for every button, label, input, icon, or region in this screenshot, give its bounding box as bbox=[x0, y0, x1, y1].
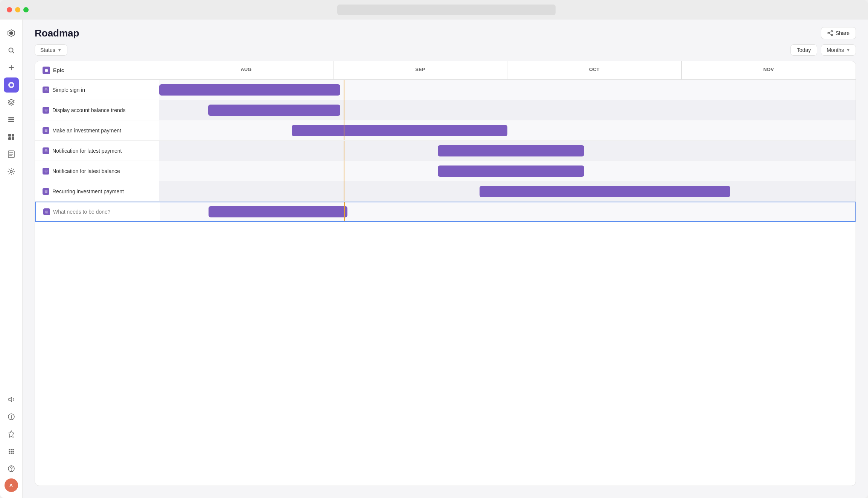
share-icon bbox=[827, 30, 833, 36]
share-label: Share bbox=[836, 30, 850, 36]
traffic-green[interactable] bbox=[23, 7, 29, 12]
status-filter-button[interactable]: Status ▼ bbox=[35, 44, 67, 56]
sidebar-icon-roadmap[interactable] bbox=[4, 77, 19, 93]
svg-point-28 bbox=[12, 451, 14, 452]
sidebar-icon-help[interactable] bbox=[4, 461, 19, 476]
new-item-bar[interactable] bbox=[209, 206, 347, 217]
row-text-1: Simple sign in bbox=[52, 87, 85, 93]
gantt-months: AUG SEP OCT NOV bbox=[159, 61, 856, 79]
gantt-bar-4[interactable] bbox=[438, 145, 584, 156]
row-icon-6: ⊞ bbox=[43, 188, 49, 195]
traffic-yellow[interactable] bbox=[15, 7, 20, 12]
main-content: Roadmap Share bbox=[23, 20, 868, 498]
sidebar-icon-megaphone[interactable] bbox=[4, 392, 19, 407]
svg-point-22 bbox=[11, 415, 12, 416]
gantt-bar-6[interactable] bbox=[480, 186, 730, 197]
page-title: Roadmap bbox=[35, 27, 79, 39]
table-row: ⊞ Notification for latest balance bbox=[35, 161, 856, 181]
row-icon-3: ⊞ bbox=[43, 127, 49, 134]
sidebar-icon-pin[interactable] bbox=[4, 427, 19, 442]
row-text-2: Display account balance trends bbox=[52, 107, 126, 113]
sidebar-icon-apps[interactable] bbox=[4, 444, 19, 459]
sidebar: A bbox=[0, 20, 23, 498]
gantt-bar-5[interactable] bbox=[438, 165, 584, 177]
row-text-5: Notification for latest balance bbox=[52, 168, 120, 174]
svg-marker-1 bbox=[9, 31, 13, 35]
titlebar-center bbox=[32, 5, 861, 15]
gantt-inner: ⊞ Epic AUG SEP OCT NOV bbox=[35, 61, 856, 486]
today-line-5 bbox=[344, 161, 344, 181]
row-label-recurring-payment: ⊞ Recurring investment payment bbox=[35, 188, 159, 195]
svg-rect-12 bbox=[12, 134, 14, 137]
svg-point-31 bbox=[12, 452, 14, 454]
months-select-button[interactable]: Months ▼ bbox=[821, 44, 856, 56]
gantt-bar-1[interactable] bbox=[159, 84, 340, 96]
titlebar-search bbox=[337, 5, 556, 15]
today-line-4 bbox=[344, 141, 344, 161]
row-chart-2 bbox=[159, 100, 856, 120]
svg-point-25 bbox=[12, 449, 14, 450]
sidebar-icon-info[interactable] bbox=[4, 409, 19, 424]
app-window: A Roadmap Share bbox=[0, 0, 868, 498]
row-label-notification-payment: ⊞ Notification for latest payment bbox=[35, 147, 159, 154]
share-button[interactable]: Share bbox=[821, 27, 856, 39]
row-chart-1 bbox=[159, 80, 856, 100]
toolbar: Status ▼ Today Months ▼ bbox=[23, 39, 868, 61]
header-actions: Share bbox=[821, 27, 856, 39]
svg-point-30 bbox=[11, 452, 12, 454]
new-item-input[interactable] bbox=[53, 209, 152, 215]
row-label-notification-balance: ⊞ Notification for latest balance bbox=[35, 168, 159, 175]
svg-rect-8 bbox=[8, 117, 14, 118]
chevron-down-icon-months: ▼ bbox=[846, 48, 850, 52]
row-chart-4 bbox=[159, 141, 856, 161]
svg-point-19 bbox=[10, 170, 12, 173]
table-row: ⊞ Simple sign in bbox=[35, 80, 856, 100]
svg-point-36 bbox=[828, 32, 829, 34]
svg-rect-14 bbox=[12, 137, 14, 140]
titlebar bbox=[0, 0, 868, 20]
svg-point-29 bbox=[9, 452, 10, 454]
sidebar-icon-search[interactable] bbox=[4, 43, 19, 58]
new-item-chart bbox=[160, 202, 855, 221]
month-oct: OCT bbox=[507, 61, 682, 79]
user-avatar[interactable]: A bbox=[5, 478, 18, 492]
main-layout: A Roadmap Share bbox=[0, 20, 868, 498]
today-line-7 bbox=[344, 202, 345, 221]
row-chart-3 bbox=[159, 120, 856, 140]
row-text-4: Notification for latest payment bbox=[52, 148, 122, 154]
sidebar-icon-add[interactable] bbox=[4, 60, 19, 75]
month-nov: NOV bbox=[682, 61, 856, 79]
svg-point-33 bbox=[11, 470, 12, 471]
gantt-chart: ⊞ Epic AUG SEP OCT NOV bbox=[35, 61, 856, 486]
row-text-6: Recurring investment payment bbox=[52, 188, 124, 194]
gantt-body: ⊞ Simple sign in ⊞ bbox=[35, 80, 856, 486]
today-line-1 bbox=[344, 80, 344, 100]
sidebar-icon-settings[interactable] bbox=[4, 164, 19, 179]
traffic-red[interactable] bbox=[7, 7, 12, 12]
toolbar-right: Today Months ▼ bbox=[790, 44, 856, 56]
gantt-header: ⊞ Epic AUG SEP OCT NOV bbox=[35, 61, 856, 80]
today-line-6 bbox=[344, 181, 344, 201]
svg-point-26 bbox=[9, 451, 10, 452]
row-icon-2: ⊞ bbox=[43, 107, 49, 114]
svg-point-7 bbox=[10, 84, 13, 87]
table-row: ⊞ Recurring investment payment bbox=[35, 181, 856, 202]
sidebar-icon-logo[interactable] bbox=[4, 26, 19, 41]
page-header: Roadmap Share bbox=[23, 20, 868, 39]
row-label-balance-trends: ⊞ Display account balance trends bbox=[35, 107, 159, 114]
svg-point-27 bbox=[11, 451, 12, 452]
sidebar-icon-grid[interactable] bbox=[4, 129, 19, 144]
sidebar-icon-layers[interactable] bbox=[4, 95, 19, 110]
gantt-bar-2[interactable] bbox=[208, 105, 341, 116]
row-chart-5 bbox=[159, 161, 856, 181]
row-text-3: Make an investment payment bbox=[52, 128, 121, 134]
sidebar-icon-list[interactable] bbox=[4, 112, 19, 127]
sidebar-icon-page[interactable] bbox=[4, 147, 19, 162]
today-button[interactable]: Today bbox=[790, 44, 817, 56]
gantt-bar-3[interactable] bbox=[292, 125, 508, 136]
month-sep: SEP bbox=[333, 61, 508, 79]
row-icon-5: ⊞ bbox=[43, 168, 49, 175]
svg-point-34 bbox=[831, 30, 833, 32]
new-item-icon: ⊞ bbox=[43, 208, 50, 215]
svg-rect-13 bbox=[8, 137, 11, 140]
